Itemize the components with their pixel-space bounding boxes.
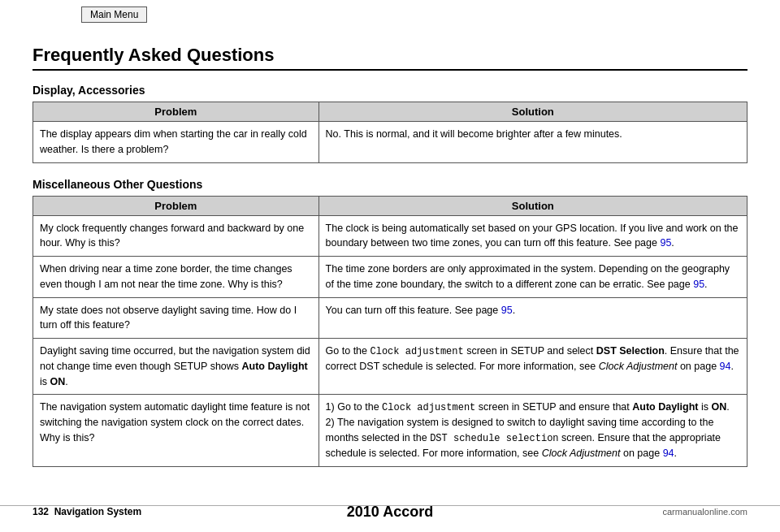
footer-center-text: 2010 Accord [347,504,433,521]
table-row: My clock frequently changes forward and … [33,215,748,257]
page-link-95a[interactable]: 95 [660,237,671,249]
s2-solution-2: The time zone borders are only approxima… [318,257,747,298]
section1-problem-header: Problem [33,102,319,122]
s2-problem-2: When driving near a time zone border, th… [33,257,319,298]
footer-page-info: 132 Navigation System [32,506,141,517]
s2-solution-4: Go to the Clock adjustment screen in SET… [318,339,747,395]
page-link-95c[interactable]: 95 [501,305,513,316]
section2-problem-header: Problem [33,196,319,215]
page-content: Frequently Asked Questions Display, Acce… [0,0,780,498]
s2-solution-5: 1) Go to the Clock adjustment screen in … [318,395,747,467]
s2-problem-5: The navigation system automatic daylight… [33,395,319,467]
section2-solution-header: Solution [318,196,747,215]
table-row: When driving near a time zone border, th… [33,257,748,298]
s2-solution-3: You can turn off this feature. See page … [318,297,747,339]
main-menu-label: Main Menu [90,9,138,20]
s2-solution-1: The clock is being automatically set bas… [318,215,747,257]
section1-table: Problem Solution The display appears dim… [32,102,748,163]
section2-table: Problem Solution My clock frequently cha… [32,196,748,467]
s2-problem-4: Daylight saving time occurred, but the n… [33,339,319,395]
page-title: Frequently Asked Questions [32,45,748,71]
table-row: The display appears dim when starting th… [33,122,748,163]
footer-page-number: 132 [32,506,49,517]
s2-problem-1: My clock frequently changes forward and … [33,215,319,257]
table-row: Daylight saving time occurred, but the n… [33,339,748,395]
s1-problem-1: The display appears dim when starting th… [33,122,319,163]
section1-solution-header: Solution [318,102,747,122]
footer: 132 Navigation System 2010 Accord carman… [0,505,780,517]
page-link-94a[interactable]: 94 [720,361,731,372]
footer-nav-system: Navigation System [54,506,141,517]
table-row: My state does not observe daylight savin… [33,297,748,339]
section1-heading: Display, Accessories [32,84,748,97]
table-row: The navigation system automatic daylight… [33,395,748,467]
section2-heading: Miscellaneous Other Questions [32,178,748,191]
s1-solution-1: No. This is normal, and it will become b… [318,122,747,163]
page-link-94b[interactable]: 94 [663,448,674,459]
footer-right-text: carmanualonline.com [662,507,748,517]
s2-problem-3: My state does not observe daylight savin… [33,297,319,339]
page-link-95b[interactable]: 95 [693,279,704,290]
main-menu-button[interactable]: Main Menu [81,6,147,23]
